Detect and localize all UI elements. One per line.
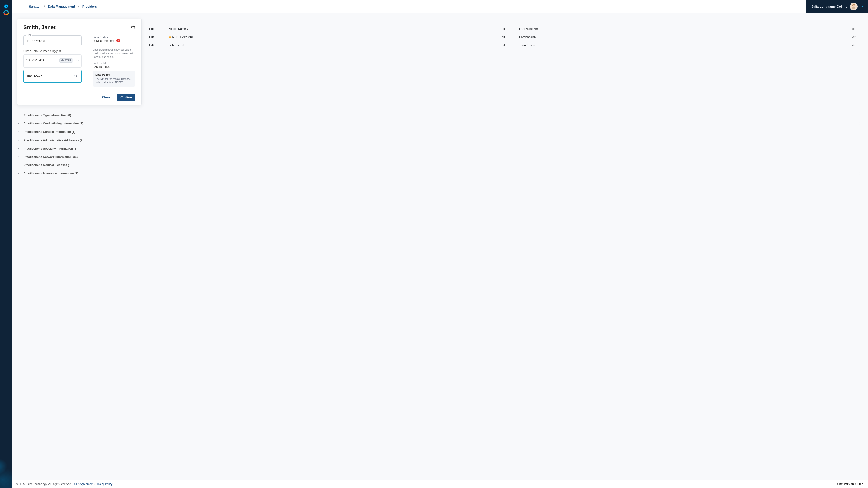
svg-point-19 bbox=[860, 164, 860, 164]
accordion-title: Practitioner's Contact Information (1) bbox=[24, 130, 75, 133]
suggest-label: Other Data Sources Suggest: bbox=[23, 49, 82, 53]
svg-point-4 bbox=[860, 114, 860, 114]
accordion-item[interactable]: Practitioner's Contact Information (1) bbox=[17, 128, 863, 136]
edit-link[interactable]: Edit bbox=[149, 43, 165, 47]
accordion-item[interactable]: Practitioner's Network Information (35) bbox=[17, 153, 863, 161]
edit-link[interactable]: Edit bbox=[500, 43, 516, 47]
close-button[interactable]: Close bbox=[98, 94, 114, 101]
suggest-list: 1902123789 MASTER 7 1902123781 bbox=[23, 55, 82, 83]
kebab-menu-icon[interactable] bbox=[858, 172, 863, 175]
svg-point-24 bbox=[860, 174, 860, 175]
rail-indicator-icon bbox=[4, 4, 8, 8]
avatar[interactable] bbox=[850, 3, 858, 10]
suggest-count: 7 bbox=[74, 59, 79, 62]
chevron-down-icon bbox=[17, 113, 20, 117]
status-help: Data Status shows how your value conflic… bbox=[93, 48, 135, 59]
chevron-down-icon[interactable] bbox=[860, 4, 864, 8]
footer-sep: · bbox=[94, 483, 95, 486]
kebab-menu-icon[interactable] bbox=[858, 163, 863, 167]
svg-point-9 bbox=[860, 124, 860, 125]
edit-link[interactable]: Edit bbox=[850, 43, 862, 47]
field-value: Kim bbox=[533, 27, 538, 31]
breadcrumb-sep: / bbox=[44, 5, 45, 8]
svg-point-18 bbox=[860, 149, 860, 150]
accordion-list: Practitioner's Type Information (0) Prac… bbox=[17, 111, 863, 178]
suggest-value: 1902123789 bbox=[26, 58, 44, 62]
accordion-item[interactable]: Practitioner's Credentialing Information… bbox=[17, 120, 863, 128]
svg-point-12 bbox=[860, 133, 860, 133]
field-label: Middle Name bbox=[168, 27, 186, 31]
svg-point-14 bbox=[860, 140, 860, 140]
breadcrumb-providers[interactable]: Providers bbox=[82, 5, 97, 8]
master-badge: MASTER bbox=[59, 58, 73, 63]
chevron-down-icon bbox=[17, 139, 20, 142]
kebab-menu-icon[interactable] bbox=[858, 122, 863, 125]
npi-field[interactable]: NPI bbox=[23, 35, 82, 46]
chevron-down-icon bbox=[17, 155, 20, 158]
svg-point-3 bbox=[133, 28, 133, 29]
edit-link[interactable]: Edit bbox=[500, 35, 516, 39]
last-update-value: Feb 13, 2025 bbox=[93, 65, 135, 69]
accordion-item[interactable]: Practitioner's Medical Licenses (1) bbox=[17, 161, 863, 169]
app-logo-icon bbox=[3, 10, 9, 15]
kebab-menu-icon[interactable] bbox=[858, 147, 863, 151]
chevron-down-icon bbox=[17, 122, 20, 125]
svg-point-17 bbox=[860, 149, 860, 149]
accordion-title: Practitioner's Insurance Information (1) bbox=[24, 172, 78, 175]
edit-link[interactable]: Edit bbox=[149, 35, 165, 39]
user-area[interactable]: Julia Longname-Collins bbox=[806, 0, 868, 13]
edit-link[interactable]: Edit bbox=[850, 35, 862, 39]
user-name: Julia Longname-Collins bbox=[811, 5, 847, 8]
chevron-down-icon bbox=[17, 130, 20, 133]
field-value: -- bbox=[533, 43, 535, 47]
breadcrumb-data-management[interactable]: Data Management bbox=[48, 5, 75, 8]
svg-point-11 bbox=[860, 132, 860, 132]
accordion-title: Practitioner's Medical Licenses (1) bbox=[24, 163, 72, 167]
npi-input[interactable] bbox=[26, 39, 79, 43]
page-title: Smith, Janet bbox=[23, 24, 56, 31]
footer-version: Site: Version 7.0.0.75 bbox=[837, 483, 864, 486]
data-policy-label: Data Policy bbox=[95, 73, 133, 76]
suggest-option-selected[interactable]: 1902123781 1 bbox=[23, 70, 82, 83]
kebab-menu-icon[interactable] bbox=[858, 138, 863, 142]
svg-point-16 bbox=[860, 147, 860, 148]
field-label: Last Name bbox=[519, 27, 533, 31]
svg-point-21 bbox=[860, 166, 860, 166]
edit-link[interactable]: Edit bbox=[500, 27, 516, 31]
last-update-label: Last Update bbox=[93, 62, 135, 65]
warning-icon bbox=[168, 35, 171, 38]
accordion-title: Practitioner's Network Information (35) bbox=[24, 155, 78, 159]
field-label: Is Termed bbox=[168, 43, 182, 47]
breadcrumb-sep: / bbox=[78, 5, 79, 8]
footer-privacy-link[interactable]: Privacy Policy bbox=[96, 483, 113, 486]
svg-point-10 bbox=[860, 131, 860, 131]
edit-link[interactable]: Edit bbox=[149, 27, 165, 31]
field-label: NPI bbox=[168, 35, 177, 39]
chevron-down-icon bbox=[17, 147, 20, 150]
edit-link[interactable]: Edit bbox=[850, 27, 862, 31]
confirm-button[interactable]: Confirm bbox=[117, 94, 135, 101]
data-status-modal: Smith, Janet NPI Other Data Sources Sugg… bbox=[17, 19, 142, 105]
left-rail bbox=[0, 0, 12, 488]
footer-copyright: © 2025 Gaine Technology. All Rights rese… bbox=[16, 483, 72, 486]
svg-point-20 bbox=[860, 165, 860, 165]
help-icon[interactable] bbox=[131, 25, 135, 30]
accordion-item[interactable]: Practitioner's Administrative Addresses … bbox=[17, 136, 863, 144]
accordion-title: Practitioner's Administrative Addresses … bbox=[24, 138, 84, 142]
suggest-option[interactable]: 1902123789 MASTER 7 bbox=[23, 55, 82, 68]
svg-point-23 bbox=[860, 173, 860, 174]
status-error-icon bbox=[116, 39, 120, 42]
footer-eula-link[interactable]: EULA Agreement bbox=[72, 483, 93, 486]
accordion-item[interactable]: Practitioner's Type Information (0) bbox=[17, 111, 863, 120]
kebab-menu-icon[interactable] bbox=[858, 130, 863, 134]
breadcrumb-sanator[interactable]: Sanator bbox=[29, 5, 41, 8]
npi-label: NPI bbox=[26, 34, 32, 37]
accordion-item[interactable]: Practitioner's Specialty Information (1) bbox=[17, 144, 863, 153]
accordion-item[interactable]: Practitioner's Insurance Information (1) bbox=[17, 169, 863, 178]
svg-point-15 bbox=[860, 141, 860, 141]
footer: © 2025 Gaine Technology. All Rights rese… bbox=[12, 480, 868, 488]
details-grid: EditMiddle NameDEditLast NameKimEditEdit… bbox=[149, 19, 863, 49]
breadcrumb: Sanator / Data Management / Providers bbox=[12, 5, 97, 8]
kebab-menu-icon[interactable] bbox=[858, 113, 863, 117]
field-value: D bbox=[186, 27, 188, 31]
